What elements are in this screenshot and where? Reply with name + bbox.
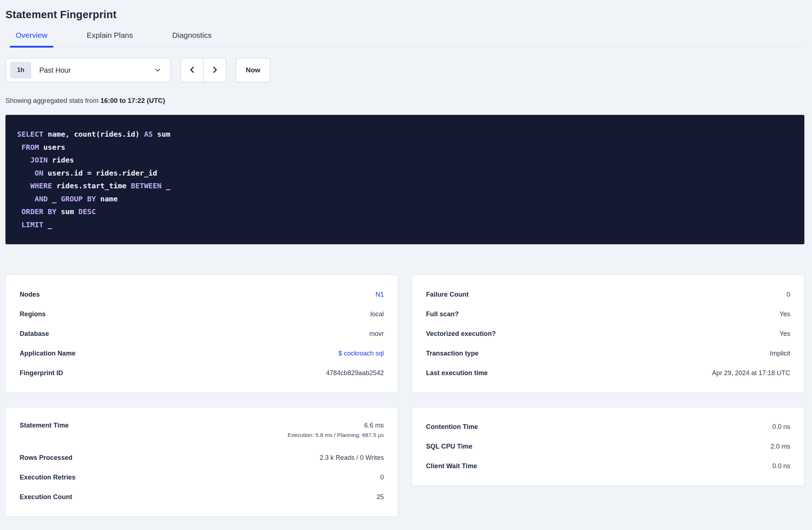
time-range-label: Past Hour (39, 66, 71, 75)
page-title: Statement Fingerprint (5, 9, 804, 21)
time-controls: 1h Past Hour Now (5, 58, 804, 82)
vectorized-execution-label: Vectorized execution? (426, 330, 496, 338)
execution-count-value: 25 (377, 493, 384, 501)
regions-value: local (370, 310, 384, 318)
statement-time-value: 6.6 ms (364, 422, 384, 429)
tab-overview[interactable]: Overview (15, 31, 48, 47)
statement-time-breakdown: Execution: 5.8 ms / Planning: 687.5 µs (288, 432, 384, 438)
wait-timing-card: Contention Time 0.0 ns SQL CPU Time 2.0 … (412, 407, 804, 486)
database-label: Database (20, 330, 49, 338)
transaction-type-value: Implicit (770, 350, 790, 357)
transaction-type-label: Transaction type (426, 350, 479, 357)
client-wait-time-value: 0.0 ns (772, 462, 790, 470)
nodes-link[interactable]: N1 (375, 291, 384, 298)
application-name-label: Application Name (20, 350, 76, 357)
failure-count-value: 0 (787, 291, 790, 298)
statement-time-label: Statement Time (20, 422, 69, 429)
row-sql-cpu-time: SQL CPU Time 2.0 ms (426, 437, 790, 456)
statement-timing-card: Statement Time 6.6 ms Execution: 5.8 ms … (5, 407, 398, 517)
row-contention-time: Contention Time 0.0 ns (426, 417, 790, 437)
aggregation-range-value: 16:00 to 17:22 (UTC) (100, 97, 165, 104)
next-time-button[interactable] (203, 58, 226, 82)
row-failure-count: Failure Count 0 (426, 285, 790, 304)
row-nodes: Nodes N1 (20, 285, 384, 304)
contention-time-value: 0.0 ns (772, 423, 790, 431)
contention-time-label: Contention Time (426, 423, 478, 431)
execution-count-label: Execution Count (20, 493, 72, 501)
row-regions: Regions local (20, 304, 384, 324)
regions-label: Regions (20, 310, 46, 318)
row-transaction-type: Transaction type Implicit (426, 344, 790, 363)
database-value: movr (369, 330, 384, 338)
row-execution-count: Execution Count 25 (20, 487, 384, 507)
full-scan-value: Yes (780, 310, 790, 318)
time-range-dropdown[interactable]: 1h Past Hour (5, 58, 171, 82)
aggregation-range-prefix: Showing aggregated stats from (5, 97, 100, 104)
last-execution-time-value: Apr 29, 2024 at 17:18 UTC (712, 369, 790, 377)
aggregation-range-text: Showing aggregated stats from 16:00 to 1… (5, 97, 804, 105)
now-button[interactable]: Now (236, 58, 270, 82)
chevron-left-icon (188, 65, 197, 76)
tab-bar: Overview Explain Plans Diagnostics (5, 31, 804, 47)
sql-cpu-time-value: 2.0 ms (771, 443, 790, 450)
sql-statement-box: SELECT name, count(rides.id) AS sum FROM… (5, 115, 804, 244)
row-full-scan: Full scan? Yes (426, 304, 790, 324)
execution-attributes-card: Failure Count 0 Full scan? Yes Vectorize… (412, 275, 804, 393)
full-scan-label: Full scan? (426, 310, 459, 318)
time-step-buttons (181, 58, 226, 82)
tab-explain-plans[interactable]: Explain Plans (86, 31, 134, 47)
execution-retries-label: Execution Retries (20, 474, 76, 481)
row-statement-time: Statement Time 6.6 ms Execution: 5.8 ms … (20, 417, 384, 448)
time-range-badge: 1h (10, 62, 31, 79)
vectorized-execution-value: Yes (780, 330, 790, 338)
execution-retries-value: 0 (380, 474, 384, 481)
row-vectorized-execution: Vectorized execution? Yes (426, 324, 790, 344)
row-execution-retries: Execution Retries 0 (20, 467, 384, 487)
stat-cards: Nodes N1 Regions local Database movr App… (5, 275, 804, 517)
row-client-wait-time: Client Wait Time 0.0 ns (426, 456, 790, 476)
sql-cpu-time-label: SQL CPU Time (426, 443, 473, 450)
previous-time-button[interactable] (181, 58, 204, 82)
nodes-label: Nodes (20, 291, 40, 298)
tab-diagnostics[interactable]: Diagnostics (172, 31, 213, 47)
last-execution-time-label: Last execution time (426, 369, 488, 377)
rows-processed-value: 2.3 k Reads / 0 Writes (319, 454, 384, 462)
chevron-down-icon (154, 66, 162, 74)
application-name-link[interactable]: $ cockroach sql (338, 350, 384, 357)
row-application-name: Application Name $ cockroach sql (20, 344, 384, 363)
row-last-execution-time: Last execution time Apr 29, 2024 at 17:1… (426, 363, 790, 383)
chevron-right-icon (210, 65, 220, 76)
statement-fingerprint-page: Statement Fingerprint Overview Explain P… (5, 9, 804, 517)
sql-statement: SELECT name, count(rides.id) AS sum FROM… (17, 128, 793, 231)
row-rows-processed: Rows Processed 2.3 k Reads / 0 Writes (20, 448, 384, 467)
client-wait-time-label: Client Wait Time (426, 462, 477, 470)
failure-count-label: Failure Count (426, 291, 469, 298)
rows-processed-label: Rows Processed (20, 454, 72, 462)
row-fingerprint-id: Fingerprint ID 4784cb829aab2542 (20, 363, 384, 383)
overview-details-card: Nodes N1 Regions local Database movr App… (5, 275, 398, 393)
row-database: Database movr (20, 324, 384, 344)
fingerprint-id-label: Fingerprint ID (20, 369, 63, 377)
fingerprint-id-value: 4784cb829aab2542 (326, 369, 384, 377)
